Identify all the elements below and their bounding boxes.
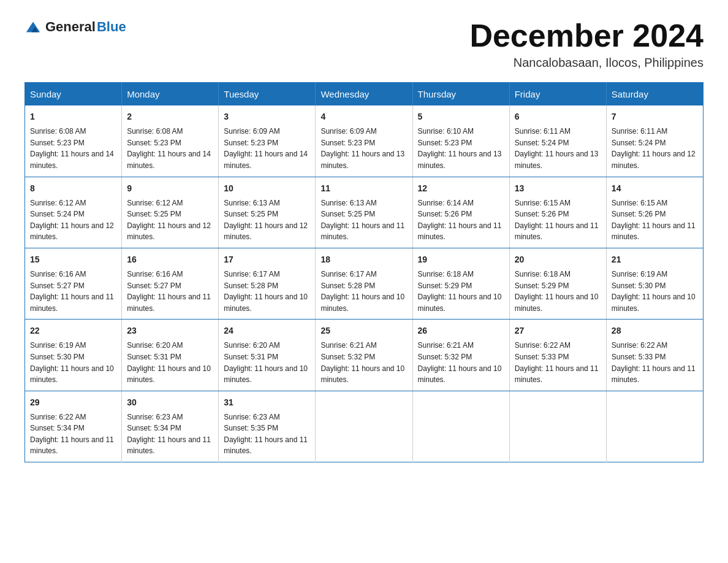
day-of-week-header: Saturday [606, 83, 703, 106]
day-number: 20 [515, 253, 601, 266]
day-number: 6 [515, 110, 601, 123]
day-info: Sunrise: 6:13 AMSunset: 5:25 PMDaylight:… [224, 197, 310, 243]
day-number: 22 [30, 324, 116, 337]
day-number: 7 [612, 110, 698, 123]
calendar-cell [606, 391, 703, 462]
day-info: Sunrise: 6:22 AMSunset: 5:33 PMDaylight:… [612, 340, 698, 385]
day-info: Sunrise: 6:23 AMSunset: 5:35 PMDaylight:… [224, 412, 310, 457]
calendar-cell: 16Sunrise: 6:16 AMSunset: 5:27 PMDayligh… [122, 248, 219, 319]
day-info: Sunrise: 6:12 AMSunset: 5:25 PMDaylight:… [127, 197, 213, 243]
calendar-cell: 31Sunrise: 6:23 AMSunset: 5:35 PMDayligh… [219, 391, 316, 462]
calendar-cell: 4Sunrise: 6:09 AMSunset: 5:23 PMDaylight… [316, 105, 412, 177]
day-info: Sunrise: 6:21 AMSunset: 5:32 PMDaylight:… [418, 340, 504, 385]
day-info: Sunrise: 6:09 AMSunset: 5:23 PMDaylight:… [224, 126, 310, 171]
calendar-cell: 14Sunrise: 6:15 AMSunset: 5:26 PMDayligh… [606, 177, 703, 248]
day-number: 8 [30, 182, 116, 195]
day-number: 29 [30, 396, 116, 409]
calendar-cell: 30Sunrise: 6:23 AMSunset: 5:34 PMDayligh… [122, 391, 219, 462]
calendar-cell: 8Sunrise: 6:12 AMSunset: 5:24 PMDaylight… [25, 177, 122, 248]
day-info: Sunrise: 6:19 AMSunset: 5:30 PMDaylight:… [612, 269, 698, 314]
day-number: 3 [224, 110, 310, 123]
page-subtitle: Nancalobasaan, Ilocos, Philippines [469, 56, 703, 70]
day-number: 30 [127, 396, 213, 409]
calendar-cell: 7Sunrise: 6:11 AMSunset: 5:24 PMDaylight… [606, 105, 703, 177]
day-number: 25 [320, 324, 407, 337]
day-number: 31 [224, 396, 310, 409]
calendar-cell [412, 391, 509, 462]
day-number: 1 [30, 110, 116, 123]
day-of-week-header: Wednesday [316, 83, 412, 106]
day-number: 4 [320, 110, 407, 123]
day-number: 5 [418, 110, 504, 123]
day-number: 9 [127, 182, 213, 195]
calendar-cell: 25Sunrise: 6:21 AMSunset: 5:32 PMDayligh… [316, 320, 412, 391]
day-number: 2 [127, 110, 213, 123]
day-number: 12 [418, 182, 504, 195]
day-info: Sunrise: 6:10 AMSunset: 5:23 PMDaylight:… [418, 126, 504, 171]
day-info: Sunrise: 6:20 AMSunset: 5:31 PMDaylight:… [224, 340, 310, 385]
calendar-cell: 19Sunrise: 6:18 AMSunset: 5:29 PMDayligh… [412, 248, 509, 319]
calendar-week-row: 15Sunrise: 6:16 AMSunset: 5:27 PMDayligh… [25, 248, 703, 319]
day-number: 28 [612, 324, 698, 337]
calendar-cell: 27Sunrise: 6:22 AMSunset: 5:33 PMDayligh… [509, 320, 606, 391]
day-number: 16 [127, 253, 213, 266]
calendar-week-row: 8Sunrise: 6:12 AMSunset: 5:24 PMDaylight… [25, 177, 703, 248]
day-number: 21 [612, 253, 698, 266]
calendar-cell: 11Sunrise: 6:13 AMSunset: 5:25 PMDayligh… [316, 177, 412, 248]
day-number: 18 [320, 253, 407, 266]
calendar-cell: 3Sunrise: 6:09 AMSunset: 5:23 PMDaylight… [219, 105, 316, 177]
day-number: 19 [418, 253, 504, 266]
day-info: Sunrise: 6:17 AMSunset: 5:28 PMDaylight:… [320, 269, 407, 314]
calendar-cell: 1Sunrise: 6:08 AMSunset: 5:23 PMDaylight… [25, 105, 122, 177]
day-info: Sunrise: 6:17 AMSunset: 5:28 PMDaylight:… [224, 269, 310, 314]
day-info: Sunrise: 6:08 AMSunset: 5:23 PMDaylight:… [30, 126, 116, 171]
day-number: 26 [418, 324, 504, 337]
day-number: 14 [612, 182, 698, 195]
calendar-cell: 26Sunrise: 6:21 AMSunset: 5:32 PMDayligh… [412, 320, 509, 391]
day-info: Sunrise: 6:14 AMSunset: 5:26 PMDaylight:… [418, 197, 504, 243]
logo-general: General [45, 19, 96, 35]
calendar-cell: 17Sunrise: 6:17 AMSunset: 5:28 PMDayligh… [219, 248, 316, 319]
calendar-cell: 22Sunrise: 6:19 AMSunset: 5:30 PMDayligh… [25, 320, 122, 391]
day-info: Sunrise: 6:08 AMSunset: 5:23 PMDaylight:… [127, 126, 213, 171]
calendar-header-row: SundayMondayTuesdayWednesdayThursdayFrid… [25, 83, 703, 106]
day-info: Sunrise: 6:21 AMSunset: 5:32 PMDaylight:… [320, 340, 407, 385]
calendar-cell: 5Sunrise: 6:10 AMSunset: 5:23 PMDaylight… [412, 105, 509, 177]
day-info: Sunrise: 6:12 AMSunset: 5:24 PMDaylight:… [30, 197, 116, 243]
day-info: Sunrise: 6:23 AMSunset: 5:34 PMDaylight:… [127, 412, 213, 457]
calendar-cell: 2Sunrise: 6:08 AMSunset: 5:23 PMDaylight… [122, 105, 219, 177]
calendar-cell: 24Sunrise: 6:20 AMSunset: 5:31 PMDayligh… [219, 320, 316, 391]
calendar-cell: 23Sunrise: 6:20 AMSunset: 5:31 PMDayligh… [122, 320, 219, 391]
logo-blue: Blue [97, 19, 126, 35]
day-info: Sunrise: 6:15 AMSunset: 5:26 PMDaylight:… [515, 197, 601, 243]
calendar-week-row: 22Sunrise: 6:19 AMSunset: 5:30 PMDayligh… [25, 320, 703, 391]
day-info: Sunrise: 6:18 AMSunset: 5:29 PMDaylight:… [418, 269, 504, 314]
day-info: Sunrise: 6:09 AMSunset: 5:23 PMDaylight:… [320, 126, 407, 171]
day-number: 24 [224, 324, 310, 337]
day-info: Sunrise: 6:15 AMSunset: 5:26 PMDaylight:… [612, 197, 698, 243]
logo-text: General Blue [45, 19, 126, 35]
calendar-cell: 20Sunrise: 6:18 AMSunset: 5:29 PMDayligh… [509, 248, 606, 319]
day-info: Sunrise: 6:19 AMSunset: 5:30 PMDaylight:… [30, 340, 116, 385]
logo-icon [25, 18, 42, 36]
calendar-cell: 13Sunrise: 6:15 AMSunset: 5:26 PMDayligh… [509, 177, 606, 248]
calendar-cell: 29Sunrise: 6:22 AMSunset: 5:34 PMDayligh… [25, 391, 122, 462]
day-info: Sunrise: 6:16 AMSunset: 5:27 PMDaylight:… [30, 269, 116, 314]
calendar-cell: 15Sunrise: 6:16 AMSunset: 5:27 PMDayligh… [25, 248, 122, 319]
calendar-week-row: 29Sunrise: 6:22 AMSunset: 5:34 PMDayligh… [25, 391, 703, 462]
calendar-cell: 6Sunrise: 6:11 AMSunset: 5:24 PMDaylight… [509, 105, 606, 177]
day-number: 13 [515, 182, 601, 195]
calendar-cell: 10Sunrise: 6:13 AMSunset: 5:25 PMDayligh… [219, 177, 316, 248]
day-of-week-header: Monday [122, 83, 219, 106]
day-number: 27 [515, 324, 601, 337]
calendar-cell: 18Sunrise: 6:17 AMSunset: 5:28 PMDayligh… [316, 248, 412, 319]
day-info: Sunrise: 6:22 AMSunset: 5:33 PMDaylight:… [515, 340, 601, 385]
day-number: 17 [224, 253, 310, 266]
day-of-week-header: Friday [509, 83, 606, 106]
calendar-cell [316, 391, 412, 462]
day-info: Sunrise: 6:11 AMSunset: 5:24 PMDaylight:… [612, 126, 698, 171]
day-info: Sunrise: 6:18 AMSunset: 5:29 PMDaylight:… [515, 269, 601, 314]
day-of-week-header: Tuesday [219, 83, 316, 106]
calendar-cell: 9Sunrise: 6:12 AMSunset: 5:25 PMDaylight… [122, 177, 219, 248]
calendar-cell: 21Sunrise: 6:19 AMSunset: 5:30 PMDayligh… [606, 248, 703, 319]
